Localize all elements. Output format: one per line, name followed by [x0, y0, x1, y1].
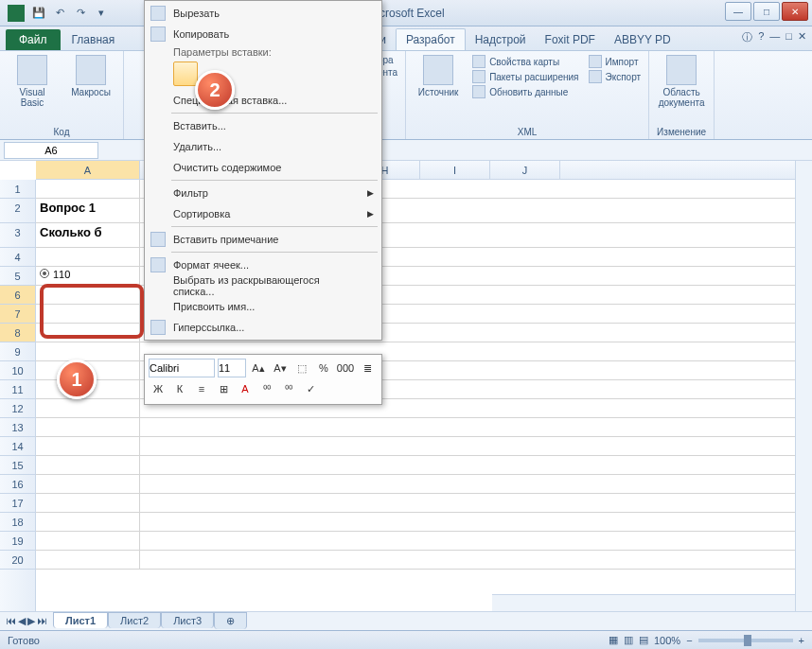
row-header-11[interactable]: 11: [0, 380, 35, 399]
ctx-format[interactable]: Формат ячеек...: [145, 254, 381, 275]
xml-source-button[interactable]: Источник: [414, 55, 463, 97]
vertical-scrollbar[interactable]: [795, 161, 812, 611]
xml-import[interactable]: Импорт: [589, 55, 642, 68]
ctx-paste-special[interactable]: Специальная вставка...: [145, 90, 381, 111]
paste-option-1[interactable]: [173, 61, 198, 86]
ctx-clear[interactable]: Очистить содержимое: [145, 157, 381, 178]
doc-close-icon[interactable]: ✕: [798, 30, 806, 44]
xml-packs[interactable]: Пакеты расширения: [472, 70, 578, 83]
row-header-9[interactable]: 9: [0, 342, 35, 361]
row-header-8[interactable]: 8: [0, 324, 35, 342]
row-header-7[interactable]: 7: [0, 305, 35, 324]
tab-home[interactable]: Главная: [62, 29, 125, 50]
sheet-tab-1[interactable]: Лист1: [53, 612, 108, 628]
sheet-tab-3[interactable]: Лист3: [161, 612, 214, 628]
sheet-nav-next[interactable]: ▶: [27, 615, 35, 627]
mini-shrink-font[interactable]: A▾: [271, 359, 290, 377]
mini-format-painter[interactable]: ✓: [301, 379, 320, 398]
row-header-4[interactable]: 4: [0, 248, 35, 267]
cell-A2[interactable]: Вопрос 1: [36, 199, 140, 222]
ctx-cut[interactable]: Вырезать: [145, 3, 381, 24]
sheet-nav-prev[interactable]: ◀: [18, 615, 26, 627]
ctx-comment[interactable]: Вставить примечание: [145, 229, 381, 250]
ctx-delete[interactable]: Удалить...: [145, 136, 381, 157]
ctx-name[interactable]: Присвоить имя...: [145, 296, 381, 317]
col-header-I[interactable]: I: [420, 161, 490, 179]
mini-merge[interactable]: ≣: [358, 359, 377, 377]
row-header-13[interactable]: 13: [0, 418, 35, 437]
sheet-tab-2[interactable]: Лист2: [108, 612, 161, 628]
ctx-dropdown[interactable]: Выбрать из раскрывающегося списка...: [145, 275, 381, 296]
row-headers[interactable]: 1234567891011121314151617181920: [0, 180, 36, 611]
info-icon[interactable]: ⓘ: [742, 30, 752, 44]
row-header-10[interactable]: 10: [0, 361, 35, 380]
minimize-button[interactable]: —: [725, 2, 751, 21]
qat-redo-icon[interactable]: ↷: [72, 5, 89, 22]
file-tab[interactable]: Файл: [6, 29, 61, 50]
ctx-insert[interactable]: Вставить...: [145, 115, 381, 136]
row-14[interactable]: [36, 437, 795, 456]
sheet-nav-last[interactable]: ⏭: [37, 615, 47, 627]
sheet-new[interactable]: ⊕: [214, 612, 247, 629]
radio-icon[interactable]: [40, 269, 49, 278]
col-header-A[interactable]: A: [36, 161, 140, 179]
qat-undo-icon[interactable]: ↶: [51, 5, 68, 22]
row-header-1[interactable]: 1: [0, 180, 35, 199]
visual-basic-button[interactable]: Visual Basic: [8, 55, 57, 108]
row-19[interactable]: [36, 532, 795, 551]
row-header-14[interactable]: 14: [0, 437, 35, 456]
zoom-out[interactable]: −: [686, 635, 692, 646]
zoom-slider[interactable]: [698, 639, 793, 642]
row-header-16[interactable]: 16: [0, 475, 35, 494]
qat-dropdown-icon[interactable]: ▾: [93, 5, 110, 22]
row-header-3[interactable]: 3: [0, 223, 35, 248]
cell-A3[interactable]: Сколько б: [36, 223, 140, 247]
doc-restore-icon[interactable]: □: [786, 30, 792, 44]
ctx-copy[interactable]: Копировать: [145, 24, 381, 44]
xml-export[interactable]: Экспорт: [589, 70, 642, 83]
row-16[interactable]: [36, 475, 795, 494]
row-header-19[interactable]: 19: [0, 532, 35, 551]
mini-align[interactable]: ≡: [192, 379, 211, 398]
qat-save-icon[interactable]: 💾: [30, 5, 47, 22]
mini-font-name[interactable]: [149, 359, 215, 377]
spreadsheet-grid[interactable]: A E F G H I J 12345678910111213141516171…: [0, 161, 812, 611]
row-header-12[interactable]: 12: [0, 399, 35, 418]
row-17[interactable]: [36, 494, 795, 513]
row-header-6[interactable]: 6: [0, 286, 35, 305]
tab-addins[interactable]: Надстрой: [466, 29, 536, 50]
col-header-J[interactable]: J: [490, 161, 560, 179]
sheet-nav-first[interactable]: ⏮: [6, 615, 16, 627]
xml-props[interactable]: Свойства карты: [472, 55, 578, 68]
ctx-hyperlink[interactable]: Гиперссылка...: [145, 317, 381, 338]
ctx-filter[interactable]: Фильтр▶: [145, 183, 381, 203]
row-13[interactable]: [36, 418, 795, 437]
view-layout-icon[interactable]: ▥: [624, 634, 633, 646]
xml-refresh[interactable]: Обновить данные: [472, 85, 578, 98]
help-icon[interactable]: ?: [758, 30, 764, 44]
row-18[interactable]: [36, 513, 795, 532]
maximize-button[interactable]: □: [753, 2, 780, 21]
mini-bold[interactable]: Ж: [149, 379, 168, 398]
document-area-button[interactable]: Область документа: [657, 55, 706, 108]
mini-font-size[interactable]: [218, 359, 246, 377]
mini-style[interactable]: ⬚: [292, 359, 311, 377]
row-header-18[interactable]: 18: [0, 513, 35, 532]
mini-grow-font[interactable]: A▴: [249, 359, 268, 377]
zoom-level[interactable]: 100%: [654, 635, 680, 646]
row-header-15[interactable]: 15: [0, 456, 35, 475]
mini-thousand[interactable]: 000: [336, 359, 355, 377]
tab-developer[interactable]: Разработ: [396, 28, 466, 50]
row-header-17[interactable]: 17: [0, 494, 35, 513]
mini-percent[interactable]: %: [314, 359, 333, 377]
tab-foxit[interactable]: Foxit PDF: [536, 29, 605, 50]
row-15[interactable]: [36, 456, 795, 475]
mini-fontcolor[interactable]: A: [236, 379, 255, 398]
name-box[interactable]: A6: [4, 142, 98, 159]
row-header-2[interactable]: 2: [0, 199, 35, 223]
macros-button[interactable]: Макросы: [66, 55, 115, 97]
mini-dec-dec[interactable]: ⁰⁰: [279, 379, 298, 398]
doc-minimize-icon[interactable]: —: [769, 30, 780, 44]
row-header-5[interactable]: 5: [0, 267, 35, 286]
ctx-sort[interactable]: Сортировка▶: [145, 203, 381, 224]
